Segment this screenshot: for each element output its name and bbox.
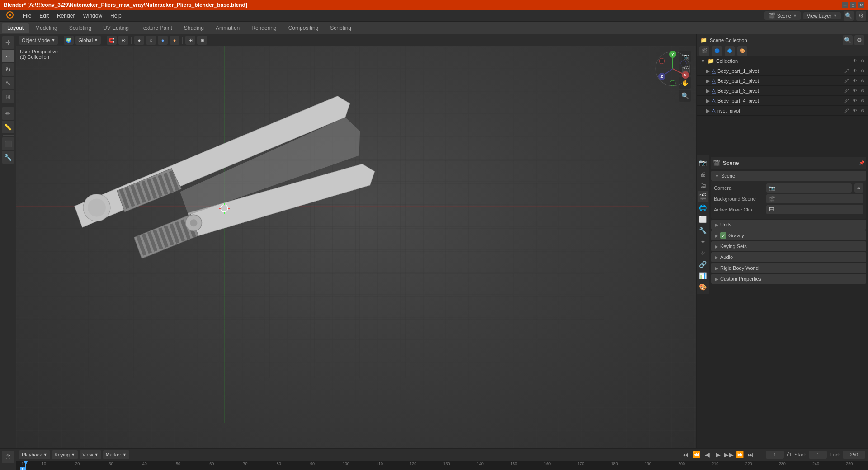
add-cube-tool[interactable]: ⬛ (2, 137, 14, 150)
outliner-item-collection[interactable]: ▼ 📁 Collection 👁 ⊙ (697, 56, 868, 66)
maximize-button[interactable]: □ (850, 2, 856, 8)
menu-edit[interactable]: Edit (36, 12, 52, 20)
shading-solid-btn[interactable]: ● (134, 36, 144, 45)
transform-tool[interactable]: ⊞ (2, 90, 14, 103)
tab-scripting[interactable]: Scripting (325, 23, 357, 33)
menu-help[interactable]: Help (107, 12, 125, 20)
jump-end-btn[interactable]: ⏭ (746, 450, 755, 459)
overlay-btn[interactable]: ⊞ (185, 36, 195, 45)
section-gravity-header[interactable]: ▶ ✓ Gravity (711, 230, 866, 240)
section-scene-header[interactable]: ▼ Scene (711, 171, 866, 181)
cursor-tool[interactable]: ✛ (2, 36, 14, 49)
props-constraints-icon[interactable]: 🔗 (698, 259, 708, 270)
jump-start-btn[interactable]: ⏮ (681, 450, 690, 459)
measure-tool[interactable]: 📏 (2, 121, 14, 133)
snap-btn[interactable]: 🧲 (107, 36, 117, 45)
window-controls[interactable]: ─ □ ✕ (842, 2, 864, 8)
camera-edit-btn[interactable]: ✏ (854, 183, 863, 193)
outliner-icon-scene[interactable]: 🎬 (699, 46, 709, 56)
timeline-track[interactable]: 1 10 20 30 40 50 60 70 80 90 100 110 120… (16, 461, 868, 470)
menu-file[interactable]: File (19, 12, 35, 20)
outliner-search[interactable]: 🔍 (843, 35, 853, 45)
move-tool[interactable]: ↔ (2, 50, 14, 62)
transform-space-dropdown[interactable]: Global ▼ (75, 36, 101, 45)
tab-compositing[interactable]: Compositing (283, 23, 324, 33)
props-data-icon[interactable]: 📊 (698, 270, 708, 281)
gizmo-btn[interactable]: ⊕ (197, 36, 207, 45)
props-scene-icon[interactable]: 🎬 (698, 191, 708, 202)
tab-animation[interactable]: Animation (210, 23, 245, 33)
props-modifier-icon[interactable]: 🔧 (698, 225, 708, 236)
shading-render-btn[interactable]: ● (170, 36, 179, 45)
menu-window[interactable]: Window (79, 12, 106, 20)
section-custom-properties-header[interactable]: ▶ Custom Properties (711, 274, 866, 284)
props-material-icon[interactable]: 🎨 (698, 282, 708, 292)
shading-wireframe-btn[interactable]: ○ (146, 36, 156, 45)
annotate-tool[interactable]: ✏ (2, 107, 14, 120)
props-physics-icon[interactable]: ⚛ (698, 248, 708, 258)
menu-blender[interactable] (2, 10, 18, 21)
prev-keyframe-btn[interactable]: ⏪ (692, 450, 701, 459)
camera-value[interactable]: 📷 (766, 183, 852, 193)
menu-render[interactable]: Render (53, 12, 78, 20)
outliner-item-body-4[interactable]: ▶ △ Body_part_4_pivot 🖊 👁 ⊙ (697, 96, 868, 106)
global-transform-btn[interactable]: 🌍 (64, 36, 74, 45)
props-render-icon[interactable]: 📷 (698, 157, 708, 168)
rotate-tool[interactable]: ↻ (2, 63, 14, 76)
tab-modeling[interactable]: Modeling (30, 23, 63, 33)
section-units-header[interactable]: ▶ Units (711, 220, 866, 230)
outliner-item-body-3[interactable]: ▶ △ Body_part_3_pivot 🖊 👁 ⊙ (697, 86, 868, 96)
zoom-viewport-btn[interactable]: 🔍 (679, 90, 691, 102)
gravity-checkbox[interactable]: ✓ (720, 232, 726, 239)
outliner-icon-mat[interactable]: 🎨 (737, 46, 747, 56)
search-button[interactable]: 🔍 (844, 11, 854, 21)
filter-button[interactable]: ⚙ (856, 11, 866, 21)
outliner-filter[interactable]: ⚙ (854, 35, 864, 45)
current-frame-input[interactable]: 1 (766, 451, 784, 459)
next-frame-btn[interactable]: ▶▶ (724, 450, 733, 459)
navigation-gizmo[interactable]: Y X Z (655, 51, 691, 88)
end-frame-input[interactable]: 250 (843, 451, 865, 459)
section-rigid-body-world-header[interactable]: ▶ Rigid Body World (711, 263, 866, 273)
close-button[interactable]: ✕ (858, 2, 864, 8)
view-layer-selector[interactable]: View Layer ▼ (803, 12, 841, 19)
props-world-icon[interactable]: 🌐 (698, 202, 708, 213)
shading-material-btn[interactable]: ● (158, 36, 168, 45)
play-btn[interactable]: ▶ (713, 450, 722, 459)
add-tool[interactable]: 🔧 (2, 151, 14, 164)
section-audio-header[interactable]: ▶ Audio (711, 252, 866, 262)
props-object-icon[interactable]: ⬜ (698, 214, 708, 225)
section-keying-sets-header[interactable]: ▶ Keying Sets (711, 241, 866, 251)
outliner-item-body-2[interactable]: ▶ △ Body_part_2_pivot 🖊 👁 ⊙ (697, 76, 868, 86)
outliner-icon-obj[interactable]: 🔵 (712, 46, 722, 56)
props-pin[interactable]: 📌 (859, 160, 864, 165)
scale-tool[interactable]: ⤡ (2, 77, 14, 89)
prev-frame-btn[interactable]: ◀ (703, 450, 712, 459)
add-workspace-button[interactable]: + (358, 23, 368, 33)
timeline-toolbar-btn[interactable]: ⏱ (2, 451, 14, 463)
outliner-item-rivet[interactable]: ▶ △ rivet_pivot 🖊 👁 ⊙ (697, 106, 868, 116)
tab-layout[interactable]: Layout (2, 23, 29, 33)
next-keyframe-btn[interactable]: ⏩ (735, 450, 744, 459)
start-frame-input[interactable]: 1 (809, 451, 827, 459)
props-particles-icon[interactable]: ✦ (698, 236, 708, 247)
tab-shading[interactable]: Shading (179, 23, 209, 33)
keying-dropdown[interactable]: Keying ▼ (52, 450, 78, 459)
viewport-3d[interactable]: Object Mode ▼ 🌍 Global ▼ 🧲 ⊙ ● ○ ● ● ⊞ ⊕… (16, 34, 696, 448)
tab-sculpting[interactable]: Sculpting (64, 23, 97, 33)
props-view-layer-icon[interactable]: 🗂 (698, 180, 708, 191)
active-movie-clip-value[interactable]: 🎞 (766, 205, 863, 214)
outliner-item-body-1[interactable]: ▶ △ Body_part_1_pivot 🖊 👁 ⊙ (697, 66, 868, 76)
background-scene-value[interactable]: 🎬 (766, 194, 863, 203)
minimize-button[interactable]: ─ (842, 2, 848, 8)
proportional-btn[interactable]: ⊙ (118, 36, 128, 45)
tab-texture-paint[interactable]: Texture Paint (135, 23, 178, 33)
marker-dropdown[interactable]: Marker ▼ (103, 450, 129, 459)
tab-uv-editing[interactable]: UV Editing (98, 23, 134, 33)
tab-rendering[interactable]: Rendering (246, 23, 282, 33)
playback-dropdown[interactable]: Playback ▼ (19, 450, 50, 459)
outliner-icon-mesh[interactable]: 🔷 (725, 46, 735, 56)
viewport-mode-dropdown[interactable]: Object Mode ▼ (19, 36, 58, 45)
props-output-icon[interactable]: 🖨 (698, 169, 708, 179)
scene-selector[interactable]: 🎬 Scene ▼ (764, 11, 801, 20)
